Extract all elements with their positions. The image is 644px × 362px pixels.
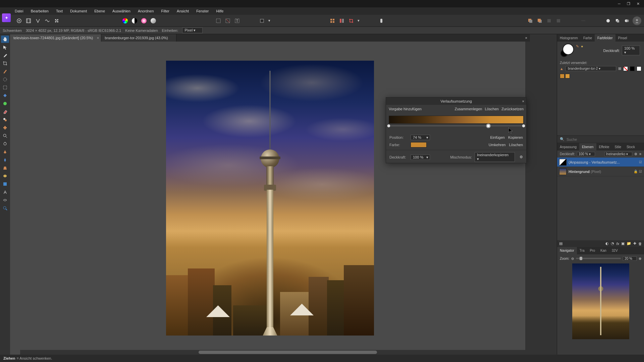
black-swatch[interactable] [630, 66, 635, 71]
preset-select[interactable]: brandenburger-tor-2 ▾ [566, 66, 616, 71]
clone-tool-icon[interactable] [1, 116, 9, 123]
tab-pinsel[interactable]: Pinsel [615, 34, 630, 42]
selection-add-icon[interactable] [223, 16, 232, 25]
levels-adjust-icon[interactable] [149, 16, 158, 25]
preset-grid-icon[interactable]: ⊞ [618, 66, 621, 71]
minimize-button[interactable]: ─ [614, 1, 624, 7]
delete-layer-icon[interactable]: 🗑 [638, 242, 642, 246]
pen-tool-icon[interactable] [1, 148, 9, 156]
search-input[interactable] [567, 137, 641, 141]
crop-dropdown-icon[interactable]: ▾ [356, 16, 361, 25]
flood-fill-tool-icon[interactable] [1, 92, 9, 99]
close-tab-icon[interactable]: × [97, 36, 99, 40]
sponge-tool-icon[interactable] [1, 172, 9, 180]
hand-tool-icon[interactable] [1, 36, 9, 43]
split-view-icon[interactable] [337, 16, 346, 25]
delete-stop-button[interactable]: Löschen [509, 143, 523, 147]
color-swatch[interactable] [411, 142, 427, 147]
quickmask-dropdown-icon[interactable]: ▾ [267, 16, 272, 25]
tab-effekte[interactable]: Effekte [596, 143, 612, 150]
crop-tool2-icon[interactable] [1, 60, 9, 67]
group-layer-icon[interactable]: 📁 [627, 241, 631, 246]
move-tool-icon[interactable] [1, 44, 9, 51]
units-select[interactable]: Pixel ▾ [182, 27, 203, 33]
quickmask-icon[interactable] [258, 16, 266, 25]
menu-ebene[interactable]: Ebene [91, 8, 108, 14]
dlg-opacity-field[interactable]: 100 % ▾ [411, 155, 430, 160]
grid-view-icon[interactable] [328, 16, 337, 25]
view-tool-icon[interactable] [1, 204, 9, 212]
document-tab-2[interactable]: brandenburger-tor-201939.jpg (43.0%) [101, 34, 176, 42]
layer-visible-icon[interactable]: ☑ [639, 160, 642, 164]
layer-menu-icon[interactable]: ≡ [639, 152, 641, 156]
reset-button[interactable]: Zurücksetzen [501, 107, 524, 111]
foreground-color-swatch[interactable] [562, 44, 574, 55]
gradient-track[interactable] [389, 124, 524, 131]
menu-fenster[interactable]: Fenster [193, 8, 212, 14]
tab-farbfelder[interactable]: Farbfelder [595, 34, 615, 42]
color-wheel-icon[interactable] [121, 16, 129, 25]
menu-text[interactable]: Text [53, 8, 66, 14]
layer-lock-icon[interactable]: 🔒 [634, 170, 638, 173]
persona-tone-icon[interactable] [43, 16, 52, 25]
zoom-slider[interactable] [576, 258, 621, 259]
document-tab-1[interactable]: television-tower-7244801.jpg [Geändert] … [10, 34, 101, 42]
persona-develop-icon[interactable] [34, 16, 42, 25]
snap3-icon[interactable] [623, 16, 631, 25]
shape-tool-icon[interactable] [1, 180, 9, 188]
color-picker-tool-icon[interactable] [1, 52, 9, 59]
menu-filter[interactable]: Filter [158, 8, 173, 14]
insert-button[interactable]: Einfügen [490, 135, 505, 139]
invert-button[interactable]: Umkehren [489, 143, 506, 147]
persona-export-icon[interactable] [52, 16, 61, 25]
tab-kan[interactable]: Kan [598, 247, 609, 254]
close-all-tabs-icon[interactable]: × [523, 34, 530, 42]
layer-blend-select[interactable]: Ineinanderko ▾ [604, 152, 633, 156]
white-swatch[interactable] [637, 66, 641, 71]
mask-layer-icon[interactable]: ◐ [605, 241, 609, 246]
layer-adjustment[interactable]: (Anpassung - Verlaufsumsetz... ☑ [557, 158, 644, 167]
paint-brush-tool-icon[interactable] [1, 68, 9, 75]
layer-opacity-field[interactable]: 100 % ▾ [577, 152, 595, 156]
heal-tool-icon[interactable] [1, 124, 9, 131]
recent-swatch-1[interactable] [560, 74, 565, 78]
bw-adjust-icon[interactable] [130, 16, 139, 25]
menu-dokument[interactable]: Dokument [67, 8, 90, 14]
tab-stock[interactable]: Stock [624, 143, 638, 150]
menu-datei[interactable]: Datei [11, 8, 27, 14]
delete-button[interactable]: Löschen [485, 107, 499, 111]
persona-photo-icon[interactable] [15, 16, 23, 25]
selection-brush-tool-icon[interactable] [1, 76, 9, 83]
mesh-tool-icon[interactable] [1, 196, 9, 204]
tab-32v[interactable]: 32V [609, 247, 621, 254]
tab-ebenen[interactable]: Ebenen [579, 143, 596, 150]
snap2-icon[interactable] [613, 16, 622, 25]
tab-pro[interactable]: Pro [587, 247, 598, 254]
eyedropper-icon[interactable]: ✎ [576, 44, 579, 49]
account-avatar[interactable] [633, 16, 641, 25]
recent-swatch-2[interactable] [565, 74, 570, 78]
tab-farbe[interactable]: Farbe [581, 34, 595, 42]
crop-tool-icon[interactable] [347, 16, 356, 25]
canvas[interactable] [10, 42, 530, 355]
navigator-thumbnail[interactable] [572, 263, 629, 339]
persona-liquify-icon[interactable] [24, 16, 33, 25]
no-color-swatch[interactable] [623, 66, 628, 71]
merge-button[interactable]: Zusammenlegen [454, 107, 482, 111]
snap-icon[interactable] [604, 16, 612, 25]
swap-colors-icon[interactable]: ● [581, 44, 583, 49]
info-icon[interactable] [377, 16, 386, 25]
text-tool-icon[interactable]: A [1, 188, 9, 196]
gradient-tool-icon[interactable] [1, 100, 9, 107]
selection-text-icon[interactable]: T [233, 16, 241, 25]
menu-ansicht[interactable]: Ansicht [173, 8, 192, 14]
add-preset-button[interactable]: Vorgabe hinzufügen [389, 107, 422, 111]
add-layer-icon[interactable]: ✚ [633, 241, 636, 246]
dialog-title[interactable]: Verlaufsumsetzung × [386, 98, 526, 105]
layer-visible-icon[interactable]: ☑ [639, 170, 642, 173]
tab-navigator[interactable]: Navigator [557, 247, 577, 254]
tab-stile[interactable]: Stile [612, 143, 624, 150]
horizontal-scrollbar[interactable] [20, 350, 530, 355]
close-button[interactable]: ✕ [633, 1, 643, 7]
blur-tool-icon[interactable] [1, 156, 9, 164]
